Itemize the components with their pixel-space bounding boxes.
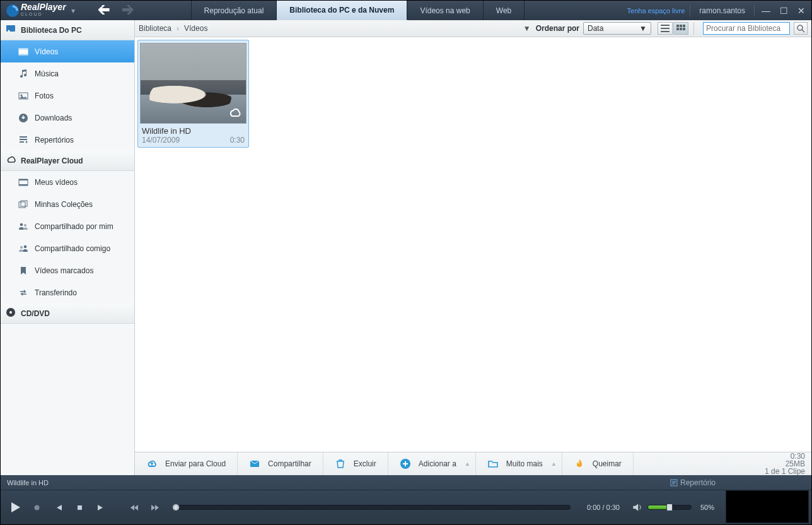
volume-slider[interactable] bbox=[647, 505, 692, 510]
view-list-button[interactable] bbox=[658, 22, 673, 35]
action-bar: Enviar para Cloud Compartilhar Excluir A… bbox=[135, 452, 811, 475]
sidebar-item-music[interactable]: Música bbox=[1, 62, 134, 85]
shared-with-icon bbox=[18, 244, 28, 254]
sidebar-item-bookmarked[interactable]: Vídeos marcados bbox=[1, 259, 134, 281]
sort-direction-icon[interactable]: ▼ bbox=[523, 24, 531, 33]
seek-bar[interactable] bbox=[173, 505, 571, 510]
tab-web-videos[interactable]: Vídeos na web bbox=[407, 1, 483, 20]
content-toolbar: Biblioteca › Vídeos ▼ Ordenar por Data ▼ bbox=[135, 20, 811, 37]
svg-point-15 bbox=[24, 224, 26, 227]
svg-rect-11 bbox=[19, 184, 28, 186]
forward-button[interactable] bbox=[147, 499, 163, 516]
sidebar-item-photos[interactable]: Fotos bbox=[1, 85, 134, 107]
free-space-link[interactable]: Tenha espaço livre bbox=[627, 7, 685, 15]
info-count: 1 de 1 Clipe bbox=[765, 468, 805, 475]
svg-rect-23 bbox=[676, 28, 679, 30]
sidebar-item-label: Fotos bbox=[35, 91, 54, 100]
mini-player-preview[interactable] bbox=[726, 490, 809, 523]
action-label: Adicionar a bbox=[419, 459, 456, 468]
svg-point-17 bbox=[20, 246, 23, 249]
folder-icon bbox=[487, 458, 499, 469]
share-icon bbox=[249, 458, 260, 469]
chevron-up-icon: ▲ bbox=[465, 461, 470, 467]
nav-forward-icon: 🡲 bbox=[122, 3, 134, 18]
sidebar-item-my-videos[interactable]: Meus vídeos bbox=[1, 171, 134, 193]
sidebar-item-label: Downloads bbox=[35, 114, 72, 122]
sidebar-item-videos[interactable]: Vídeos bbox=[1, 40, 134, 62]
repertoire-link[interactable]: Repertório bbox=[670, 478, 716, 487]
maximize-button[interactable]: ☐ bbox=[777, 6, 790, 16]
user-menu[interactable]: ramon.santos bbox=[695, 6, 749, 15]
sidebar-header-pc[interactable]: Biblioteca Do PC bbox=[1, 20, 134, 40]
selection-info: 0:30 25MB 1 de 1 Clipe bbox=[758, 452, 811, 475]
svg-point-19 bbox=[9, 311, 12, 314]
breadcrumb-item[interactable]: Vídeos bbox=[184, 24, 207, 33]
chevron-down-icon: ▼ bbox=[639, 24, 647, 33]
sidebar-item-shared-by-me[interactable]: Compartilhado por mim bbox=[1, 215, 134, 237]
chevron-up-icon: ▲ bbox=[551, 461, 557, 467]
record-button[interactable] bbox=[28, 499, 45, 516]
sidebar-item-shared-with-me[interactable]: Compartilhado comigo bbox=[1, 237, 134, 259]
svg-point-14 bbox=[20, 223, 23, 226]
tab-now-playing[interactable]: Reprodução atual bbox=[191, 1, 277, 20]
tab-web[interactable]: Web bbox=[484, 1, 525, 20]
breadcrumb-item[interactable]: Biblioteca bbox=[139, 24, 171, 33]
add-icon bbox=[400, 458, 411, 469]
grid-item[interactable]: Wildlife in HD 14/07/20090:30 bbox=[137, 40, 249, 148]
sort-label: Ordenar por bbox=[536, 24, 579, 33]
rewind-button[interactable] bbox=[125, 499, 142, 516]
playlist-icon bbox=[18, 135, 28, 145]
search-button[interactable] bbox=[794, 22, 808, 35]
volume-knob[interactable] bbox=[666, 504, 673, 511]
action-add-to[interactable]: Adicionar a▲ bbox=[388, 452, 476, 475]
volume-percent: 50% bbox=[700, 504, 714, 511]
view-grid-button[interactable] bbox=[673, 22, 688, 35]
items-grid[interactable]: Wildlife in HD 14/07/20090:30 bbox=[135, 37, 811, 452]
sidebar-header-disc[interactable]: CD/DVD bbox=[1, 304, 134, 324]
sidebar-header-cloud[interactable]: RealPlayer Cloud bbox=[1, 151, 134, 171]
close-button[interactable]: ✕ bbox=[795, 6, 808, 16]
action-more[interactable]: Muito mais▲ bbox=[476, 452, 562, 475]
sidebar-item-downloads[interactable]: Downloads bbox=[1, 107, 134, 129]
item-date: 14/07/2009 bbox=[142, 136, 180, 145]
item-title: Wildlife in HD bbox=[138, 124, 248, 136]
search-input[interactable] bbox=[703, 22, 790, 35]
music-icon bbox=[18, 69, 28, 79]
time-display: 0:00 / 0:30 bbox=[587, 504, 620, 511]
svg-point-2 bbox=[8, 30, 9, 32]
sort-dropdown[interactable]: Data ▼ bbox=[583, 22, 651, 35]
now-playing-title: Wildlife in HD bbox=[7, 479, 49, 487]
cloud-icon bbox=[6, 155, 16, 167]
pc-library-icon bbox=[6, 24, 16, 36]
minimize-button[interactable]: — bbox=[760, 6, 772, 16]
play-button[interactable] bbox=[7, 499, 23, 516]
sidebar-item-playlists[interactable]: Repertórios bbox=[1, 129, 134, 151]
next-button[interactable] bbox=[93, 499, 109, 516]
trash-icon bbox=[335, 458, 346, 469]
action-label: Excluir bbox=[354, 459, 376, 468]
nav-back-icon[interactable]: 🡰 bbox=[98, 3, 110, 18]
logo-menu-arrow[interactable]: ▾ bbox=[71, 6, 75, 15]
action-share[interactable]: Compartilhar bbox=[238, 452, 323, 475]
stop-button[interactable] bbox=[71, 499, 88, 516]
burn-icon bbox=[574, 458, 585, 469]
sidebar-item-transferring[interactable]: Transferindo bbox=[1, 281, 134, 304]
action-label: Queimar bbox=[593, 459, 622, 468]
item-thumbnail[interactable] bbox=[140, 43, 246, 124]
svg-point-30 bbox=[34, 505, 39, 510]
volume-icon[interactable] bbox=[631, 502, 642, 513]
action-burn[interactable]: Queimar bbox=[562, 452, 634, 475]
seek-knob[interactable] bbox=[172, 504, 180, 511]
sidebar-item-collections[interactable]: Minhas Coleções bbox=[1, 193, 134, 215]
sidebar-item-label: Vídeos marcados bbox=[35, 266, 93, 275]
app-logo[interactable]: RealPlayerCLOUD ▾ bbox=[1, 1, 80, 20]
video-icon bbox=[18, 177, 28, 187]
disc-icon bbox=[6, 307, 16, 319]
main-tabs: Reprodução atual Biblioteca do PC e da N… bbox=[191, 1, 525, 20]
action-delete[interactable]: Excluir bbox=[323, 452, 388, 475]
tab-library[interactable]: Biblioteca do PC e da Nuvem bbox=[277, 1, 407, 20]
prev-button[interactable] bbox=[50, 499, 66, 516]
sidebar: Biblioteca Do PC Vídeos Música Fotos Dow… bbox=[1, 20, 135, 475]
collection-icon bbox=[18, 199, 28, 209]
action-upload-cloud[interactable]: Enviar para Cloud bbox=[135, 452, 238, 475]
